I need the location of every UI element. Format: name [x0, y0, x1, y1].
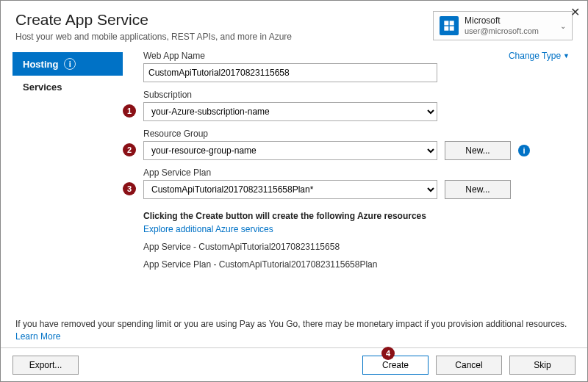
tab-services-label: Services — [23, 82, 62, 93]
info-icon[interactable]: i — [518, 145, 530, 156]
step-badge-2: 2 — [123, 143, 136, 156]
resource-group-select[interactable]: your-resource-group-name — [143, 141, 437, 160]
step-badge-4: 4 — [381, 347, 395, 360]
app-service-plan-label: App Service Plan — [143, 167, 570, 178]
account-name: Microsoft — [465, 15, 554, 26]
caret-down-icon: ▼ — [563, 52, 570, 60]
export-button[interactable]: Export... — [12, 356, 79, 375]
warning-text: If you have removed your spending limit … — [15, 319, 567, 329]
close-icon[interactable]: ✕ — [570, 5, 580, 19]
svg-rect-1 — [450, 21, 454, 25]
svg-rect-0 — [444, 21, 448, 25]
summary-resource-1: App Service - CustomApiTutorial201708231… — [143, 242, 570, 252]
page-subtitle: Host your web and mobile applications, R… — [15, 32, 292, 42]
account-picker[interactable]: Microsoft user@microsoft.com ⌄ — [433, 11, 573, 40]
tab-hosting[interactable]: Hosting i — [12, 52, 123, 76]
tab-services[interactable]: Services — [12, 76, 123, 98]
create-button[interactable]: Create — [362, 356, 429, 375]
change-type-text: Change Type — [509, 51, 561, 61]
change-type-link[interactable]: Change Type ▼ — [509, 51, 570, 61]
chevron-down-icon: ⌄ — [560, 22, 566, 30]
microsoft-logo-icon — [440, 16, 459, 35]
info-icon: i — [64, 58, 76, 70]
cancel-button[interactable]: Cancel — [436, 356, 502, 375]
summary-block: Clicking the Create button will create t… — [143, 211, 570, 270]
step-badge-1: 1 — [123, 104, 136, 118]
footer: Export... 4 Create Cancel Skip — [1, 347, 587, 381]
svg-rect-2 — [444, 26, 448, 31]
learn-more-link[interactable]: Learn More — [15, 331, 60, 342]
explore-services-link[interactable]: Explore additional Azure services — [143, 224, 570, 234]
step-badge-3: 3 — [123, 182, 136, 195]
warning-text-block: If you have removed your spending limit … — [15, 318, 573, 343]
resource-group-label: Resource Group — [143, 129, 570, 139]
new-resource-group-button[interactable]: New... — [445, 141, 511, 160]
new-app-service-plan-button[interactable]: New... — [445, 180, 511, 199]
subscription-select[interactable]: your-Azure-subscription-name — [143, 102, 437, 121]
summary-heading: Clicking the Create button will create t… — [143, 211, 570, 221]
webapp-name-label: Web App Name — [143, 51, 205, 61]
skip-button[interactable]: Skip — [509, 356, 576, 375]
header: Create App Service Host your web and mob… — [1, 1, 587, 48]
subscription-label: Subscription — [143, 90, 570, 100]
side-tabs: Hosting i Services — [12, 48, 130, 270]
svg-rect-3 — [450, 26, 454, 31]
tab-hosting-label: Hosting — [23, 59, 58, 70]
summary-resource-2: App Service Plan - CustomApiTutorial2017… — [143, 259, 570, 270]
form-area: Web App Name Change Type ▼ Subscription … — [130, 48, 587, 270]
account-email: user@microsoft.com — [465, 26, 554, 36]
page-title: Create App Service — [15, 11, 292, 29]
app-service-plan-select[interactable]: CustomApiTutorial20170823115658Plan* — [143, 180, 437, 199]
webapp-name-input[interactable] — [143, 63, 437, 82]
